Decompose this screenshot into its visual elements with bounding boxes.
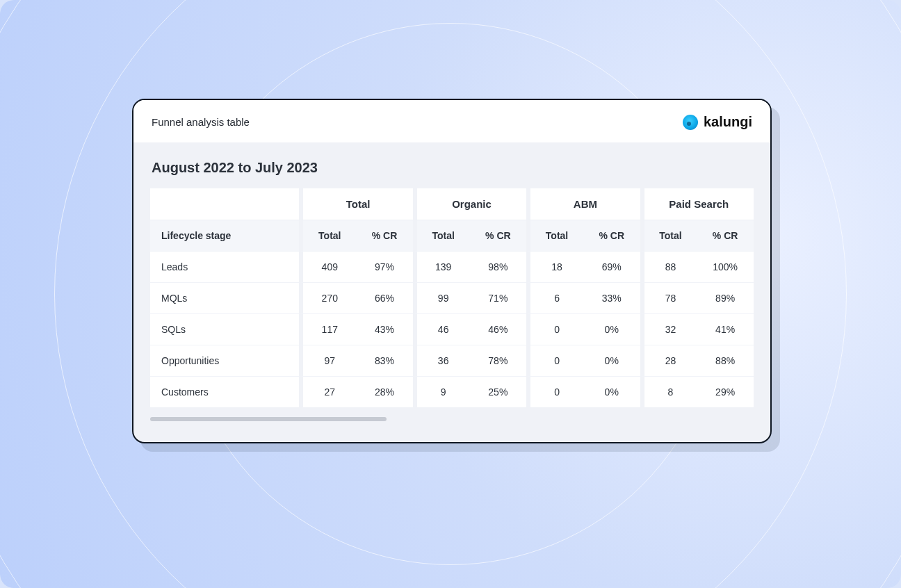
value-cr-cell: 41% [697, 313, 754, 345]
value-total-cell: 6 [526, 282, 583, 313]
stage-cell: Opportunities [150, 345, 299, 376]
funnel-table-wrap: Total Organic ABM Paid Search Lifecycle … [150, 188, 754, 421]
subhead-total: Total [413, 220, 470, 251]
value-total-cell: 9 [413, 376, 470, 407]
value-total-cell: 0 [526, 345, 583, 376]
value-total-cell: 27 [299, 376, 356, 407]
value-total-cell: 0 [526, 313, 583, 345]
value-cr-cell: 46% [470, 313, 527, 345]
stage-cell: Leads [150, 251, 299, 282]
table-sub-header-row: Lifecycle stage Total % CR Total % CR To… [150, 220, 754, 251]
value-cr-cell: 28% [356, 376, 413, 407]
horizontal-scrollbar[interactable] [150, 417, 754, 421]
stage-cell: MQLs [150, 282, 299, 313]
table-header-blank [150, 188, 299, 220]
value-total-cell: 46 [413, 313, 470, 345]
stage-header: Lifecycle stage [150, 220, 299, 251]
value-cr-cell: 0% [583, 345, 640, 376]
table-row: SQLs11743%4646%00%3241% [150, 313, 754, 345]
value-cr-cell: 97% [356, 251, 413, 282]
table-row: MQLs27066%9971%633%7889% [150, 282, 754, 313]
table-head: Total Organic ABM Paid Search Lifecycle … [150, 188, 754, 251]
value-total-cell: 32 [640, 313, 697, 345]
group-header-abm: ABM [526, 188, 640, 220]
value-cr-cell: 0% [583, 313, 640, 345]
value-cr-cell: 88% [697, 345, 754, 376]
value-cr-cell: 25% [470, 376, 527, 407]
value-cr-cell: 89% [697, 282, 754, 313]
value-cr-cell: 0% [583, 376, 640, 407]
value-total-cell: 28 [640, 345, 697, 376]
subhead-total: Total [640, 220, 697, 251]
group-header-paidsearch: Paid Search [640, 188, 754, 220]
value-cr-cell: 66% [356, 282, 413, 313]
value-cr-cell: 100% [697, 251, 754, 282]
value-total-cell: 8 [640, 376, 697, 407]
table-group-header-row: Total Organic ABM Paid Search [150, 188, 754, 220]
horizontal-scrollbar-thumb[interactable] [150, 417, 387, 421]
value-total-cell: 117 [299, 313, 356, 345]
card-title: Funnel analysis table [152, 116, 250, 128]
subhead-cr: % CR [583, 220, 640, 251]
subhead-total: Total [526, 220, 583, 251]
brand-logo: kalungi [683, 114, 752, 130]
value-total-cell: 270 [299, 282, 356, 313]
brand-logo-icon [683, 115, 698, 130]
value-cr-cell: 83% [356, 345, 413, 376]
subhead-cr: % CR [697, 220, 754, 251]
stage-cell: SQLs [150, 313, 299, 345]
table-body: Leads40997%13998%1869%88100%MQLs27066%99… [150, 251, 754, 407]
stage-cell: Customers [150, 376, 299, 407]
card-body: August 2022 to July 2023 Total Organic A… [133, 143, 770, 442]
value-cr-cell: 69% [583, 251, 640, 282]
value-cr-cell: 71% [470, 282, 527, 313]
table-row: Leads40997%13998%1869%88100% [150, 251, 754, 282]
group-header-total: Total [299, 188, 412, 220]
brand-name: kalungi [704, 114, 752, 130]
value-total-cell: 139 [413, 251, 470, 282]
value-total-cell: 409 [299, 251, 356, 282]
value-total-cell: 99 [413, 282, 470, 313]
value-total-cell: 88 [640, 251, 697, 282]
subhead-cr: % CR [470, 220, 527, 251]
value-cr-cell: 78% [470, 345, 527, 376]
value-cr-cell: 98% [470, 251, 527, 282]
funnel-table: Total Organic ABM Paid Search Lifecycle … [150, 188, 754, 407]
group-header-organic: Organic [413, 188, 526, 220]
value-total-cell: 36 [413, 345, 470, 376]
value-total-cell: 0 [526, 376, 583, 407]
date-range-title: August 2022 to July 2023 [152, 160, 754, 176]
report-card: Funnel analysis table kalungi August 202… [132, 99, 772, 443]
value-total-cell: 18 [526, 251, 583, 282]
value-cr-cell: 29% [697, 376, 754, 407]
value-cr-cell: 33% [583, 282, 640, 313]
subhead-total: Total [299, 220, 356, 251]
value-total-cell: 97 [299, 345, 356, 376]
table-row: Opportunities9783%3678%00%2888% [150, 345, 754, 376]
card-header: Funnel analysis table kalungi [133, 100, 770, 143]
value-total-cell: 78 [640, 282, 697, 313]
subhead-cr: % CR [356, 220, 413, 251]
value-cr-cell: 43% [356, 313, 413, 345]
table-row: Customers2728%925%00%829% [150, 376, 754, 407]
